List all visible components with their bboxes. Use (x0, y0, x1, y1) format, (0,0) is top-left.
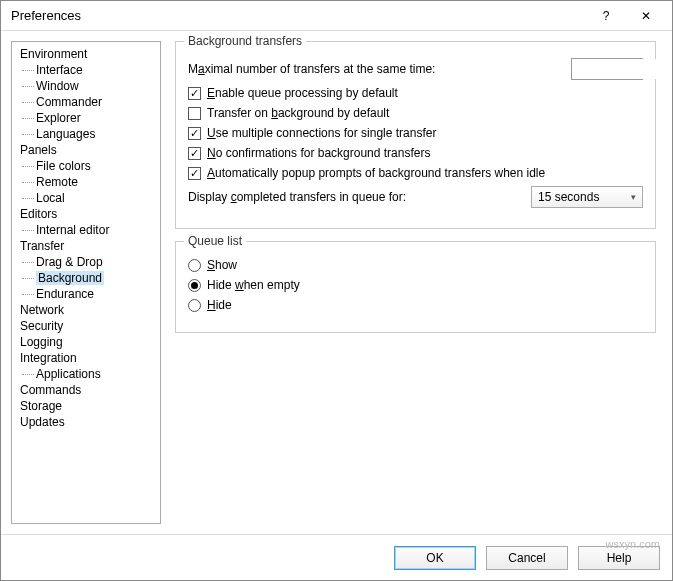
enable-queue-label: Enable queue processing by default (207, 86, 398, 100)
nav-tree[interactable]: EnvironmentInterfaceWindowCommanderExplo… (11, 41, 161, 524)
queue-show-row[interactable]: Show (188, 258, 643, 272)
multi-conn-checkbox[interactable] (188, 127, 201, 140)
background-transfers-group: Background transfers Maximal number of t… (175, 41, 656, 229)
chevron-down-icon: ▾ (631, 192, 636, 202)
auto-popup-label: Automatically popup prompts of backgroun… (207, 166, 545, 180)
tree-item-logging[interactable]: Logging (14, 334, 158, 350)
transfer-background-checkbox[interactable] (188, 107, 201, 120)
cancel-button[interactable]: Cancel (486, 546, 568, 570)
queue-hide-radio[interactable] (188, 299, 201, 312)
preferences-dialog: Preferences ? ✕ EnvironmentInterfaceWind… (0, 0, 673, 581)
tree-item-environment[interactable]: Environment (14, 46, 158, 62)
tree-item-commander[interactable]: Commander (14, 94, 158, 110)
queue-list-group: Queue list Show Hide when empty Hide (175, 241, 656, 333)
tree-item-updates[interactable]: Updates (14, 414, 158, 430)
dialog-body: EnvironmentInterfaceWindowCommanderExplo… (1, 31, 672, 534)
transfer-background-row[interactable]: Transfer on background by default (188, 106, 643, 120)
close-icon: ✕ (641, 9, 651, 23)
enable-queue-row[interactable]: Enable queue processing by default (188, 86, 643, 100)
question-icon: ? (603, 9, 610, 23)
tree-item-file-colors[interactable]: File colors (14, 158, 158, 174)
max-transfers-input[interactable] (572, 59, 672, 79)
dialog-footer: OK Cancel Help (1, 534, 672, 580)
tree-item-applications[interactable]: Applications (14, 366, 158, 382)
queue-hide-row[interactable]: Hide (188, 298, 643, 312)
queue-hide-when-empty-label: Hide when empty (207, 278, 300, 292)
ok-button[interactable]: OK (394, 546, 476, 570)
queue-show-radio[interactable] (188, 259, 201, 272)
tree-item-explorer[interactable]: Explorer (14, 110, 158, 126)
multi-conn-row[interactable]: Use multiple connections for single tran… (188, 126, 643, 140)
tree-item-drag-drop[interactable]: Drag & Drop (14, 254, 158, 270)
multi-conn-label: Use multiple connections for single tran… (207, 126, 436, 140)
help-titlebar-button[interactable]: ? (586, 2, 626, 30)
group-legend: Queue list (184, 234, 246, 248)
group-legend: Background transfers (184, 34, 306, 48)
max-transfers-spinner[interactable]: ▲ ▼ (571, 58, 643, 80)
window-title: Preferences (11, 8, 586, 23)
display-completed-label: Display completed transfers in queue for… (188, 190, 531, 204)
tree-item-endurance[interactable]: Endurance (14, 286, 158, 302)
tree-item-panels[interactable]: Panels (14, 142, 158, 158)
queue-hide-when-empty-row[interactable]: Hide when empty (188, 278, 643, 292)
display-completed-select[interactable]: 15 seconds ▾ (531, 186, 643, 208)
queue-show-label: Show (207, 258, 237, 272)
select-value: 15 seconds (538, 190, 599, 204)
tree-item-interface[interactable]: Interface (14, 62, 158, 78)
no-confirm-checkbox[interactable] (188, 147, 201, 160)
display-completed-row: Display completed transfers in queue for… (188, 186, 643, 208)
watermark: wsxyn.com (606, 538, 660, 550)
titlebar: Preferences ? ✕ (1, 1, 672, 31)
max-transfers-label: Maximal number of transfers at the same … (188, 62, 571, 76)
content-pane: Background transfers Maximal number of t… (169, 41, 662, 524)
no-confirm-label: No confirmations for background transfer… (207, 146, 430, 160)
tree-item-integration[interactable]: Integration (14, 350, 158, 366)
tree-item-internal-editor[interactable]: Internal editor (14, 222, 158, 238)
close-titlebar-button[interactable]: ✕ (626, 2, 666, 30)
tree-item-local[interactable]: Local (14, 190, 158, 206)
enable-queue-checkbox[interactable] (188, 87, 201, 100)
tree-item-security[interactable]: Security (14, 318, 158, 334)
queue-hide-when-empty-radio[interactable] (188, 279, 201, 292)
tree-item-network[interactable]: Network (14, 302, 158, 318)
max-transfers-row: Maximal number of transfers at the same … (188, 58, 643, 80)
queue-hide-label: Hide (207, 298, 232, 312)
tree-item-languages[interactable]: Languages (14, 126, 158, 142)
tree-item-remote[interactable]: Remote (14, 174, 158, 190)
tree-item-window[interactable]: Window (14, 78, 158, 94)
no-confirm-row[interactable]: No confirmations for background transfer… (188, 146, 643, 160)
auto-popup-checkbox[interactable] (188, 167, 201, 180)
tree-item-transfer[interactable]: Transfer (14, 238, 158, 254)
tree-item-storage[interactable]: Storage (14, 398, 158, 414)
tree-item-commands[interactable]: Commands (14, 382, 158, 398)
tree-item-background[interactable]: Background (14, 270, 158, 286)
auto-popup-row[interactable]: Automatically popup prompts of backgroun… (188, 166, 643, 180)
transfer-background-label: Transfer on background by default (207, 106, 389, 120)
tree-item-editors[interactable]: Editors (14, 206, 158, 222)
